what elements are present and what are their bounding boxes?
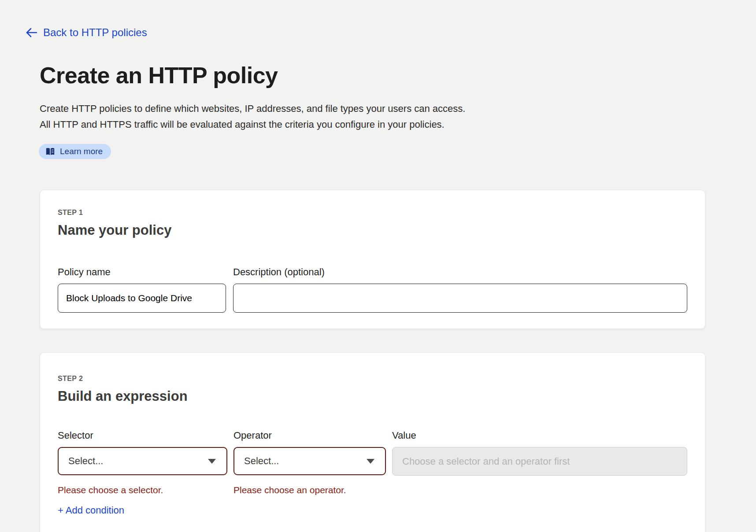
description-input[interactable]	[233, 284, 687, 313]
step2-card: STEP 2 Build an expression Selector Sele…	[40, 352, 705, 532]
operator-dropdown[interactable]: Select...	[233, 447, 386, 475]
operator-error-message: Please choose an operator.	[233, 485, 386, 495]
policy-name-field-group: Policy name	[58, 266, 226, 313]
description-label: Description (optional)	[233, 266, 687, 278]
step2-heading: Build an expression	[58, 388, 687, 404]
operator-selected-value: Select...	[244, 455, 279, 467]
add-condition-link[interactable]: + Add condition	[58, 505, 124, 516]
page-description: Create HTTP policies to define which web…	[40, 101, 756, 133]
step1-card: STEP 1 Name your policy Policy name Desc…	[40, 190, 705, 329]
step2-label: STEP 2	[58, 375, 687, 383]
chevron-down-icon	[367, 459, 374, 464]
description-field-group: Description (optional)	[233, 266, 687, 313]
step1-label: STEP 1	[58, 209, 687, 217]
back-arrow-icon	[26, 28, 37, 37]
selector-dropdown[interactable]: Select...	[58, 447, 227, 475]
policy-name-label: Policy name	[58, 266, 226, 278]
page-title: Create an HTTP policy	[40, 62, 756, 89]
back-link-label: Back to HTTP policies	[43, 26, 147, 39]
learn-more-button[interactable]: Learn more	[39, 144, 111, 159]
policy-name-input[interactable]	[58, 284, 226, 313]
selector-field-group: Selector Select... Please choose a selec…	[58, 430, 227, 516]
page-description-line-2: All HTTP and HTTPS traffic will be evalu…	[40, 117, 756, 133]
page-description-line-1: Create HTTP policies to define which web…	[40, 101, 756, 117]
book-icon	[45, 148, 55, 156]
operator-field-group: Operator Select... Please choose an oper…	[233, 430, 386, 516]
step1-heading: Name your policy	[58, 222, 687, 238]
selector-error-message: Please choose a selector.	[58, 485, 227, 495]
selector-selected-value: Select...	[68, 455, 103, 467]
value-input[interactable]	[392, 447, 687, 476]
chevron-down-icon	[208, 459, 216, 464]
selector-label: Selector	[58, 430, 227, 441]
value-field-group: Value	[392, 430, 687, 516]
back-to-http-policies-link[interactable]: Back to HTTP policies	[26, 26, 147, 39]
operator-label: Operator	[233, 430, 386, 441]
learn-more-label: Learn more	[60, 147, 103, 156]
value-label: Value	[392, 430, 687, 441]
